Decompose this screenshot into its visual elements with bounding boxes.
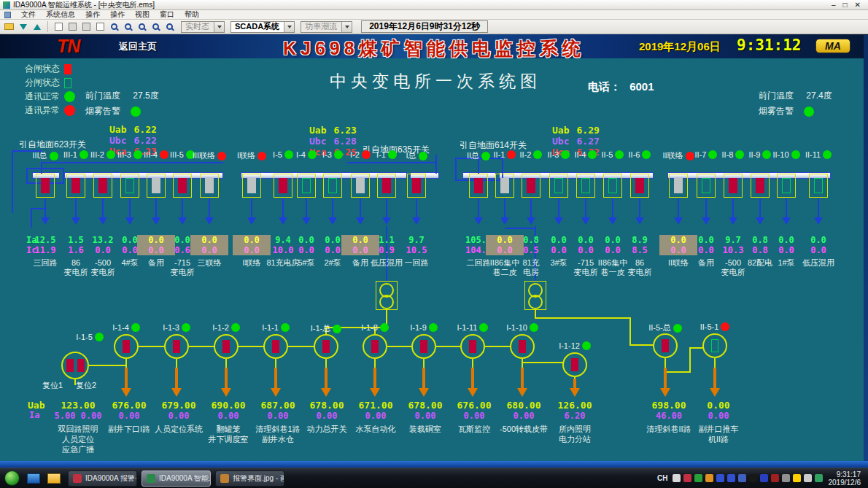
breaker-symbol-I-4[interactable] <box>297 174 316 198</box>
feed-drop <box>714 358 716 368</box>
breaker-state-closed <box>420 340 427 353</box>
input-language-indicator[interactable]: CH <box>657 474 667 482</box>
breaker-symbol-I-1[interactable] <box>377 174 396 198</box>
volume-icon[interactable] <box>804 474 812 482</box>
breaker-symbol-I-1-1[interactable] <box>263 334 288 359</box>
breaker-symbol-III总[interactable] <box>36 174 55 198</box>
breaker-symbol-I-1-2[interactable] <box>214 334 239 359</box>
breaker-symbol-II-10[interactable] <box>777 174 796 198</box>
open-icon[interactable] <box>4 22 15 32</box>
breaker-symbol-II-6[interactable] <box>630 174 649 198</box>
flash-icon[interactable] <box>793 474 801 482</box>
window-icon[interactable] <box>67 22 78 32</box>
breaker-symbol-II-3[interactable] <box>549 174 568 198</box>
breaker-symbol-II-2[interactable] <box>522 174 540 198</box>
net-icon-1[interactable] <box>716 474 724 482</box>
breaker-state-open <box>608 178 617 193</box>
breaker-symbol-III-3[interactable] <box>120 174 139 198</box>
breaker-symbol-I-1-5[interactable] <box>61 352 89 379</box>
breaker-symbol-I联络[interactable] <box>242 174 261 198</box>
breaker-symbol-III-4[interactable] <box>147 174 166 198</box>
breaker-symbol-II-8[interactable] <box>724 174 743 198</box>
keyboard-icon[interactable] <box>673 474 681 482</box>
menu-item-3[interactable]: 操作 <box>110 9 125 20</box>
alarm-tray-icon[interactable] <box>683 474 691 482</box>
rotate-icon[interactable] <box>109 22 120 32</box>
menu-item-5[interactable]: 窗口 <box>160 9 174 20</box>
breaker-symbol-III联络[interactable] <box>200 174 219 198</box>
breaker-symbol-II-1[interactable] <box>495 174 514 198</box>
breaker-symbol-I-1-8[interactable] <box>363 334 387 359</box>
copy-icon[interactable] <box>53 22 64 32</box>
breaker-symbol-I-1-9[interactable] <box>411 334 436 359</box>
explorer-icon[interactable] <box>47 473 61 484</box>
taskbar-task-1[interactable]: IDA9000A 智能... <box>142 470 211 487</box>
breaker-name: I-1-8 <box>361 323 378 332</box>
app-icon-3[interactable] <box>760 474 768 482</box>
taskbar-task-0[interactable]: IDA9000A 报警· <box>68 470 137 487</box>
flow-select[interactable]: 功率潮流 <box>301 21 352 33</box>
breaker-symbol-I-1-总[interactable] <box>314 334 338 359</box>
usb-icon[interactable] <box>782 474 790 482</box>
breaker-symbol-I-2[interactable] <box>351 174 370 198</box>
net-icon-2[interactable] <box>727 474 735 482</box>
breaker-symbol-II-5-总[interactable] <box>653 333 678 358</box>
menu-item-2[interactable]: 操作 <box>85 9 100 20</box>
bottom-scroll-strip[interactable] <box>0 461 868 468</box>
menu-item-0[interactable]: 文件 <box>21 9 36 20</box>
breaker-symbol-II-5-1[interactable] <box>702 333 727 358</box>
breaker-symbol-III-1[interactable] <box>66 174 85 198</box>
feed-arrow-shaft <box>416 198 417 217</box>
maximize-button[interactable]: □ <box>843 1 848 9</box>
zoom-out-icon[interactable] <box>136 22 147 32</box>
close-button[interactable]: ✕ <box>855 1 861 9</box>
breaker-symbol-III-5[interactable] <box>173 174 192 198</box>
breaker-symbol-II-4[interactable] <box>576 174 595 198</box>
menu-bar: 文件系统信息操作操作视图窗口帮助 <box>0 10 868 20</box>
breaker-symbol-I总[interactable] <box>407 174 426 198</box>
breaker-symbol-III-2[interactable] <box>93 174 112 198</box>
video-icon[interactable] <box>694 474 702 482</box>
breaker-symbol-I-3[interactable] <box>323 174 342 198</box>
breaker-symbol-I-1-4[interactable] <box>114 334 139 359</box>
upload-icon[interactable] <box>31 22 42 32</box>
mode-select[interactable]: 实时态 <box>181 21 225 33</box>
screen-icon[interactable] <box>771 474 779 482</box>
print-icon[interactable] <box>81 22 92 32</box>
breaker-symbol-II-11[interactable] <box>809 174 828 198</box>
breaker-symbol-II-7[interactable] <box>697 174 716 198</box>
app-icon-2[interactable] <box>749 474 757 482</box>
system-select[interactable]: SCADA系统 <box>230 21 295 33</box>
tool-icon[interactable] <box>705 474 713 482</box>
feed-arrow-head <box>71 217 80 225</box>
breaker-symbol-I-1-10[interactable] <box>510 334 535 359</box>
zoom-window-icon[interactable] <box>150 22 161 32</box>
feed-arrow-shaft <box>612 198 613 217</box>
breaker-symbol-I-1-12[interactable] <box>562 352 587 377</box>
menu-item-1[interactable]: 系统信息 <box>46 9 75 20</box>
show-desktop-icon[interactable] <box>27 473 40 484</box>
toolbar: 实时态 SCADA系统 功率潮流 2019年12月6日9时31分12秒 <box>0 20 868 34</box>
zoom-in-icon[interactable] <box>123 22 133 32</box>
breaker-symbol-II-9[interactable] <box>751 174 770 198</box>
app-icon-1[interactable] <box>738 474 746 482</box>
feed-arrow-head <box>412 217 421 225</box>
download-icon[interactable] <box>18 22 28 32</box>
vertical-scrollbar[interactable] <box>864 35 868 461</box>
minimize-button[interactable]: – <box>832 1 836 9</box>
tag-icon[interactable] <box>95 22 106 32</box>
menu-item-4[interactable]: 视图 <box>135 9 150 20</box>
zoom-full-icon[interactable] <box>164 22 175 32</box>
breaker-symbol-I-5[interactable] <box>274 174 292 198</box>
taskbar-task-2[interactable]: 报警界面.jpg - 画... <box>215 470 284 487</box>
home-button[interactable]: 返回主页 <box>119 40 157 53</box>
taskbar-clock[interactable]: 9:31:17 2019/12/6 <box>829 470 861 487</box>
start-button[interactable] <box>4 470 20 486</box>
breaker-symbol-II-5[interactable] <box>603 174 622 198</box>
breaker-symbol-II总[interactable] <box>469 174 488 198</box>
breaker-symbol-II联络[interactable] <box>669 174 688 198</box>
breaker-symbol-I-1-3[interactable] <box>164 334 189 359</box>
breaker-symbol-I-1-11[interactable] <box>460 334 485 359</box>
network-globe-icon[interactable] <box>815 474 823 482</box>
menu-item-6[interactable]: 帮助 <box>185 9 199 20</box>
